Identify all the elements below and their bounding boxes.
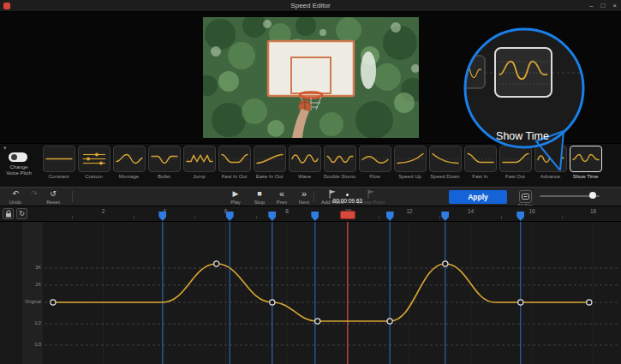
preset-label: Fast Out [505,174,525,179]
curve-point[interactable] [270,300,275,305]
preset-label: Ease In Out [256,174,284,179]
keyframe-marker[interactable] [158,212,166,221]
preset-label: Montage [119,174,139,179]
preset-thumbnail[interactable] [148,146,181,172]
ruler-tick-18: 18 [590,208,596,214]
preset-thumbnail[interactable] [359,146,391,172]
keyframe-marker[interactable] [517,212,524,221]
play-button[interactable]: ▶ Play [224,189,247,205]
current-time-display: 00:00:09.63 [324,198,372,204]
toggle-knob [11,154,17,160]
preset-thumbnail[interactable] [78,146,110,172]
preset-wave[interactable]: Wave [287,146,322,179]
collapse-arrow-icon[interactable]: ▾ [3,145,7,152]
speed-axis-label-original: Original [21,299,41,304]
reset-button[interactable]: ↺ Reset [43,189,63,205]
preset-label: Flow [369,174,380,179]
video-frame-basketball [203,17,419,138]
preset-thumbnail[interactable] [324,146,356,172]
preset-label: Wave [298,174,311,179]
speed-axis-label-1-3: 1/3 [21,342,41,347]
ruler-minor-tick [501,216,502,219]
lock-icon [5,210,12,218]
toolbar-separator [313,191,314,202]
preset-label: Custom [85,174,103,179]
fit-size-icon [521,192,530,201]
window-controls: – □ × [589,0,617,12]
preset-thumbnail[interactable] [43,146,75,172]
voice-pitch-toggle[interactable] [9,152,27,162]
curve-point[interactable] [587,300,592,305]
speed-curve[interactable] [53,264,589,321]
minimize-icon[interactable]: – [589,0,593,12]
lock-button[interactable] [3,208,14,219]
preset-jump[interactable]: Jump [182,146,217,179]
prev-label: Prev [271,200,293,205]
preset-montage[interactable]: Montage [111,146,146,179]
play-label: Play [224,200,247,205]
preset-thumbnail[interactable] [254,146,286,172]
curve-point[interactable] [518,300,523,305]
prev-button[interactable]: « Prev [271,189,293,205]
curve-point[interactable] [51,300,56,305]
ruler-minor-tick [439,216,440,219]
curve-point[interactable] [315,319,320,324]
speed-curve-editor[interactable]: 3X2XOriginal1/21/3 [0,221,621,364]
preset-fast-in-out[interactable]: Fast In Out [217,146,252,179]
stop-icon: ■ [248,189,271,199]
titlebar: Speed Editor – □ × [0,0,621,12]
zoom-slider-handle[interactable] [589,192,596,199]
close-icon[interactable]: × [612,0,617,12]
apply-button[interactable]: Apply [449,190,507,204]
playhead-handle[interactable] [340,211,355,219]
ruler-tick-14: 14 [468,208,474,214]
undo-button[interactable]: ↶ Undo [5,189,26,205]
keyframe-marker[interactable] [441,212,449,221]
curve-point[interactable] [443,261,448,266]
reset-label: Reset [43,200,63,205]
preset-label: Speed Down [430,174,459,179]
preset-thumbnail[interactable] [183,146,216,172]
show-time-callout: Show Time [456,20,593,170]
preset-label: Advance [540,174,560,179]
preset-bullet[interactable]: Bullet [146,146,182,179]
preset-thumbnail[interactable] [289,146,321,172]
curve-point[interactable] [214,261,219,266]
next-button[interactable]: » Next [293,189,315,205]
preset-constant[interactable]: Constant [41,146,76,179]
ruler-minor-tick [194,216,195,219]
preset-thumbnail[interactable] [218,146,251,172]
toolbar: ↶ Undo ↷ ↺ Reset ▶ Play ■ Stop « Prev » … [0,187,621,206]
ruler-minor-tick [379,216,379,219]
maximize-icon[interactable]: □ [600,0,605,12]
preset-double-slomo[interactable]: Double Slomo [322,146,357,179]
preset-speed-up[interactable]: Speed Up [392,146,427,179]
curve-point[interactable] [387,319,392,324]
preset-thumbnail[interactable] [113,146,146,172]
keyframe-marker[interactable] [226,212,234,221]
loop-button[interactable]: ↻ [16,208,27,219]
timeline-ruler[interactable]: ↻ 24681012141618 [0,206,621,221]
preset-flow[interactable]: Flow [357,146,392,179]
fit-size-button[interactable] [519,190,532,203]
preset-thumbnail[interactable] [394,146,427,172]
magnifier: Show Time [456,20,593,170]
redo-button[interactable]: ↷ [27,189,41,199]
preset-label: Show Time [573,174,599,179]
preset-ease-in-out[interactable]: Ease In Out [252,146,287,179]
preset-custom[interactable]: Custom [76,146,111,179]
stop-label: Stop [248,200,271,205]
callout-label: Show Time [496,130,549,142]
voice-pitch-label-line2: Voice Pitch [0,170,38,176]
keyframe-marker[interactable] [311,212,319,221]
ruler-tick-2: 2 [102,208,105,214]
preset-label: Bullet [158,174,170,179]
keyframe-marker[interactable] [268,212,276,221]
loop-icon: ↻ [19,210,25,218]
keyframe-marker[interactable] [386,212,394,221]
voice-pitch-label-line1: Change [0,164,38,170]
speed-axis-label-3x: 3X [21,265,41,270]
stop-button[interactable]: ■ Stop [248,189,271,205]
toolbar-separator [72,191,73,202]
ruler-tick-8: 8 [285,208,289,214]
